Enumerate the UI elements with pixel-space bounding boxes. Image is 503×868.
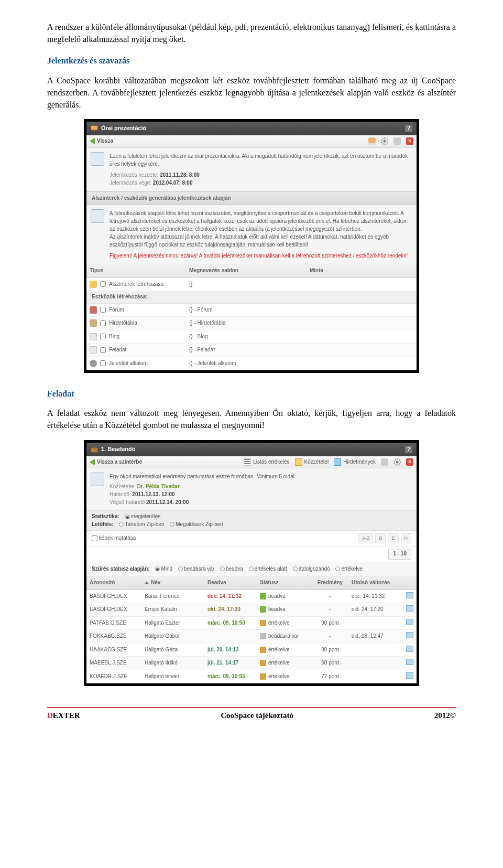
- tool-icon[interactable]: [393, 137, 401, 145]
- message-icon[interactable]: [406, 605, 413, 612]
- info-text: Ezen a felületen lehet jelentkezni az ór…: [110, 152, 411, 168]
- sort-az[interactable]: A-Z: [358, 533, 374, 543]
- message-icon[interactable]: [406, 646, 413, 652]
- board-icon: [90, 319, 97, 327]
- status-icon: [260, 647, 266, 653]
- svg-rect-3: [93, 446, 95, 448]
- cell-submitted: márc. 09. 10:50: [204, 617, 257, 630]
- settings-icon[interactable]: [381, 137, 388, 145]
- radio-filter-all[interactable]: [155, 566, 160, 571]
- gen-row-task: Feladat {} - Feladat: [86, 344, 417, 357]
- table-row[interactable]: FOKKABG.SZEHallgató Gábor beadásra vár-o…: [86, 630, 417, 644]
- col-id[interactable]: Azonosító: [86, 576, 141, 590]
- checkbox-subscene[interactable]: [100, 281, 106, 287]
- cell-result: 80 pont: [312, 644, 348, 657]
- row-label: Fórum: [109, 306, 124, 314]
- cell-name: Hallgató Ildikó: [141, 657, 204, 670]
- back-button[interactable]: Vissza a színtérbe: [90, 458, 142, 466]
- table-row[interactable]: EASDFGH.DEXErnyei Katalinokt. 24. 17:20 …: [86, 603, 417, 617]
- message-icon[interactable]: [406, 632, 413, 638]
- radio-filter-evaluated[interactable]: [335, 566, 340, 571]
- cell-result: -: [312, 603, 348, 616]
- cell-submitted: márc. 09. 10:55: [204, 670, 257, 683]
- checkbox-task[interactable]: [100, 347, 106, 353]
- checkbox-board[interactable]: [100, 320, 106, 326]
- checkbox-forum[interactable]: [100, 307, 106, 313]
- cell-modified: [348, 674, 405, 679]
- pager: 1 - 10: [86, 546, 417, 562]
- cell-modified: [348, 647, 405, 652]
- sort-h[interactable]: H: [401, 533, 412, 543]
- page-footer: DEXTER CooSpace tájékoztató 2012©: [47, 708, 456, 722]
- table-row[interactable]: MAEEBL.J.SZEHallgató Ildikójúl. 21. 14:1…: [86, 657, 417, 670]
- list-eval-button[interactable]: Listás értékelés: [244, 458, 289, 466]
- col-name[interactable]: Név: [141, 576, 204, 590]
- panel-titlebar: 1. Beadandó ?: [86, 443, 417, 456]
- generate-warning: Figyelem! A jelentkezés nincs lezárva! A…: [110, 252, 411, 260]
- row-template: {} - Blog: [186, 330, 307, 344]
- radio-stat-show[interactable]: [125, 515, 130, 519]
- col-result[interactable]: Eredmény: [312, 576, 348, 590]
- attendance-icon: [90, 360, 97, 367]
- radio-filter-evaluating[interactable]: [249, 566, 254, 571]
- signup-start-label: Jelentkezés kezdete:: [110, 172, 158, 178]
- panel-title: Órai prezentáció: [101, 124, 146, 133]
- checkbox-attendance[interactable]: [100, 360, 106, 366]
- radio-zip-content[interactable]: [119, 522, 124, 527]
- back-label: Vissza: [97, 137, 113, 145]
- col-type: Típus: [86, 264, 186, 277]
- settings-icon[interactable]: [393, 458, 401, 466]
- row-label: Blog: [109, 333, 119, 341]
- announcement-icon: [334, 458, 341, 466]
- publish-button[interactable]: Közzététel: [295, 458, 329, 466]
- message-icon[interactable]: [406, 592, 413, 598]
- help-icon[interactable]: ?: [405, 446, 412, 453]
- close-icon[interactable]: ×: [406, 458, 413, 466]
- checkbox-blog[interactable]: [100, 334, 106, 339]
- cell-submitted: okt. 24. 17:20: [204, 603, 257, 616]
- col-status[interactable]: Státusz: [257, 576, 312, 590]
- col-template: Megnevezés sablon: [186, 264, 307, 277]
- table-row[interactable]: KOAEDR.J.SZEHallgató Istvánmárc. 09. 10:…: [86, 670, 417, 684]
- sort-b[interactable]: B: [375, 533, 386, 543]
- table-row[interactable]: PATFAB.G.SZEHallgató Esztermárc. 09. 10:…: [86, 617, 417, 630]
- radio-filter-rework[interactable]: [293, 566, 298, 571]
- page-range[interactable]: 1 - 10: [388, 549, 411, 560]
- help-icon[interactable]: ?: [405, 125, 412, 132]
- tools-subheader: Eszközök létrehozása:: [86, 291, 417, 304]
- screenshot-orai-prezentacio: Órai prezentáció ? Vissza × Ezen a felül…: [84, 119, 419, 373]
- col-submitted[interactable]: Beadva: [204, 576, 257, 590]
- cell-status: értékelve: [257, 670, 312, 683]
- table-row[interactable]: HAAKACG.SZEHallgató Gézajúl. 20. 14:13 é…: [86, 644, 417, 657]
- task-description: Egy ókori matematikai eredmény bemutatás…: [110, 473, 411, 480]
- announcements-button[interactable]: Hirdetmények: [334, 458, 376, 466]
- cell-status: értékelve: [257, 617, 312, 630]
- final-deadline-label: Végső határidő: [110, 499, 145, 505]
- blog-icon: [90, 333, 97, 340]
- note-icon: [91, 152, 104, 166]
- radio-zip-solutions[interactable]: [170, 522, 174, 527]
- cell-result: 60 pont: [312, 657, 348, 670]
- message-icon[interactable]: [406, 659, 413, 665]
- toolbar: Vissza a színtérbe Listás értékelés Közz…: [86, 456, 417, 469]
- radio-filter-submitted[interactable]: [220, 566, 225, 571]
- generate-info-band: A feliratkozások alapján létre lehet hoz…: [86, 205, 417, 264]
- close-icon[interactable]: ×: [406, 137, 413, 145]
- col-modified[interactable]: Utolsó változás: [348, 576, 405, 590]
- back-button[interactable]: Vissza: [90, 137, 113, 145]
- message-icon[interactable]: [406, 619, 413, 625]
- row-label: Feladat: [109, 346, 126, 354]
- checkbox-show-images[interactable]: [92, 535, 97, 541]
- radio-filter-pending[interactable]: [178, 566, 183, 571]
- signup-end-label: Jelentkezés vége:: [110, 180, 151, 186]
- table-row[interactable]: BASDFGH.DEXBaran Ferenczdec. 14. 11:32 b…: [86, 590, 417, 604]
- note-icon: [91, 473, 104, 486]
- tool-icon[interactable]: [381, 458, 388, 466]
- published-by-label: Közzétette:: [110, 484, 136, 489]
- sort-e[interactable]: E: [388, 533, 398, 543]
- users-icon[interactable]: [368, 137, 376, 145]
- generate-section-title: Alszínterek / eszközök generálása jelent…: [86, 191, 417, 206]
- message-icon[interactable]: [406, 672, 413, 679]
- panel-title: 1. Beadandó: [101, 445, 135, 454]
- row-template: {} - Jelenléti alkalom: [186, 357, 307, 370]
